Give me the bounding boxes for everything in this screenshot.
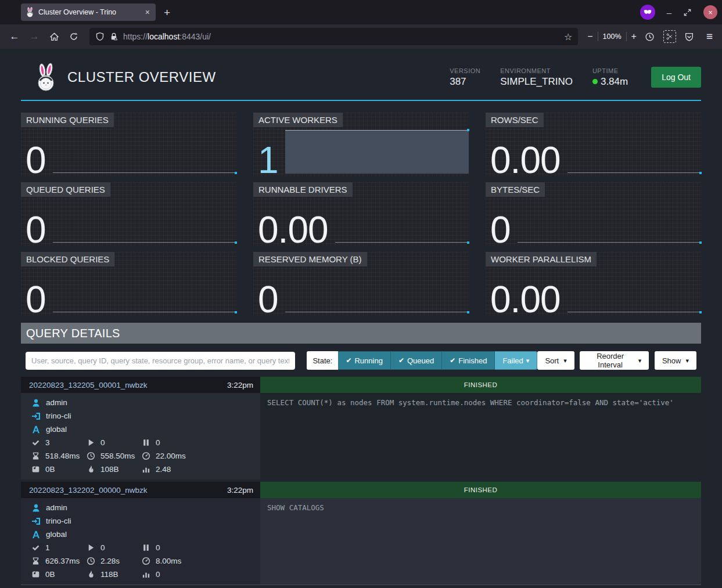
hourglass-icon — [31, 557, 40, 565]
queued-splits: 0 — [156, 543, 160, 552]
user-icon — [31, 398, 41, 407]
gauge-icon — [142, 452, 150, 460]
environment-value: SIMPLE_TRINO — [500, 76, 573, 88]
wall-time: 626.37ms — [45, 557, 80, 565]
filter-failed-dropdown[interactable]: Failed ▾ — [495, 351, 537, 370]
stat-card-runnable-drivers: 0.00 RUNNABLE DRIVERS — [253, 182, 469, 246]
reorder-interval-dropdown[interactable]: Reorder Interval ▾ — [580, 351, 649, 370]
query-resource-group: global — [46, 425, 67, 434]
sparkline — [285, 312, 469, 312]
query-text: SHOW CATALOGS — [260, 498, 701, 585]
bar-chart-icon — [142, 570, 150, 579]
sparkline — [53, 242, 236, 243]
tab-title: Cluster Overview - Trino — [38, 8, 140, 16]
cpu-time: 2.28s — [100, 557, 120, 565]
wall-time: 518.48ms — [45, 452, 80, 460]
font-icon — [31, 530, 41, 539]
uptime-stat: UPTIME 3.84m — [592, 67, 628, 88]
cluster-header: CLUSTER OVERVIEW VERSION 387 ENVIRONMENT… — [21, 49, 701, 101]
shield-icon[interactable] — [95, 32, 105, 41]
filter-running-button[interactable]: ✔ Running — [338, 351, 391, 370]
query-row: 20220823_132205_00001_nwbzk 3:22pm FINIS… — [21, 377, 701, 479]
running-splits: 0 — [100, 543, 105, 552]
pause-icon — [142, 438, 150, 447]
sparkline — [335, 242, 469, 243]
state-filter-group: State: ✔ Running ✔ Queued ✔ Finished Fai… — [307, 351, 537, 370]
sparkline — [518, 242, 701, 243]
browser-tab-bar: Cluster Overview - Trino × + – × — [0, 0, 722, 24]
zoom-controls: − 100% + — [587, 31, 637, 42]
lock-warning-icon[interactable] — [109, 32, 118, 41]
peak-memory: 118B — [100, 570, 118, 579]
zoom-in-button[interactable]: + — [631, 31, 637, 42]
query-id-link[interactable]: 20220823_132202_00000_nwbzk — [29, 486, 147, 495]
query-search-input[interactable] — [26, 352, 295, 370]
sort-dropdown[interactable]: Sort ▾ — [537, 351, 574, 370]
private-browsing-icon — [640, 5, 655, 20]
query-status-bar: FINISHED — [260, 377, 701, 393]
tab-close-icon[interactable]: × — [144, 8, 151, 16]
sign-in-icon — [31, 412, 41, 421]
query-source: trino-cli — [46, 412, 71, 420]
query-id-link[interactable]: 20220823_132205_00001_nwbzk — [29, 381, 147, 389]
gauge-icon — [142, 557, 150, 565]
back-button[interactable]: ← — [6, 28, 23, 45]
browser-tab[interactable]: Cluster Overview - Trino × — [21, 3, 156, 21]
check-icon: ✔ — [450, 356, 455, 365]
query-meta: admin trino-cli global 1 0 0 626.37ms 2.… — [21, 498, 260, 585]
zoom-out-button[interactable]: − — [587, 31, 592, 42]
trino-logo-icon — [34, 63, 58, 92]
filter-queued-button[interactable]: ✔ Queued — [391, 351, 442, 370]
forward-button[interactable]: → — [26, 28, 43, 45]
stat-card-active-workers: 1 ACTIVE WORKERS — [253, 113, 469, 176]
query-text: SELECT COUNT(*) as nodes FROM system.run… — [260, 393, 701, 479]
url-bar[interactable]: https://localhost:8443/ui/ ☆ — [89, 28, 578, 45]
query-user: admin — [46, 503, 67, 512]
url-domain: localhost — [148, 32, 179, 41]
stat-card-running-queries: 0 RUNNING QUERIES — [21, 113, 236, 176]
stats-grid: 0 RUNNING QUERIES 1 ACTIVE WORKERS 0.00 … — [21, 113, 701, 316]
show-dropdown[interactable]: Show ▾ — [655, 351, 696, 370]
chevron-down-icon: ▾ — [685, 357, 689, 365]
new-tab-button[interactable]: + — [164, 7, 170, 18]
query-details-header: QUERY DETAILS — [21, 323, 701, 344]
bookmark-star-icon[interactable]: ☆ — [564, 31, 572, 42]
window-controls: – × — [640, 0, 717, 24]
query-source: trino-cli — [46, 517, 71, 525]
stat-card-reserved-memory: 0 RESERVED MEMORY (B) — [253, 252, 469, 316]
sparkline — [53, 172, 236, 173]
bar-chart-icon — [142, 465, 150, 474]
cpu-time: 558.50ms — [100, 452, 135, 460]
flame-icon — [87, 570, 95, 579]
sparkline — [285, 130, 469, 174]
parallelism: 2.48 — [156, 465, 171, 474]
zoom-level[interactable]: 100% — [603, 33, 622, 41]
query-filter-toolbar: State: ✔ Running ✔ Queued ✔ Finished Fai… — [21, 351, 701, 370]
query-status-bar: FINISHED — [260, 482, 701, 498]
user-icon — [31, 503, 41, 513]
blocked-time: 8.00ms — [156, 557, 181, 565]
sparkline — [567, 172, 701, 173]
window-restore-button[interactable] — [683, 8, 692, 17]
completed-splits: 1 — [45, 543, 50, 552]
reload-button[interactable] — [65, 28, 82, 45]
filter-finished-button[interactable]: ✔ Finished — [442, 351, 495, 370]
window-close-button[interactable]: × — [703, 5, 717, 19]
window-minimize-button[interactable]: – — [667, 8, 671, 17]
uptime-value: 3.84m — [601, 76, 628, 88]
logout-button[interactable]: Log Out — [651, 67, 701, 88]
chevron-down-icon: ▾ — [638, 357, 642, 365]
current-memory: 0B — [45, 465, 55, 474]
version-stat: VERSION 387 — [450, 67, 480, 88]
version-value: 387 — [450, 76, 480, 88]
home-button[interactable] — [45, 28, 63, 45]
screenshot-button[interactable] — [661, 28, 678, 45]
menu-button[interactable]: ≡ — [706, 30, 713, 43]
url-text[interactable]: https://localhost:8443/ui/ — [123, 32, 559, 41]
play-icon — [87, 438, 95, 447]
pocket-button[interactable] — [681, 28, 698, 45]
history-button[interactable] — [641, 28, 659, 45]
scale-icon — [31, 465, 40, 474]
completed-splits: 3 — [45, 438, 50, 447]
stat-card-rows-sec: 0.00 ROWS/SEC — [486, 113, 701, 176]
